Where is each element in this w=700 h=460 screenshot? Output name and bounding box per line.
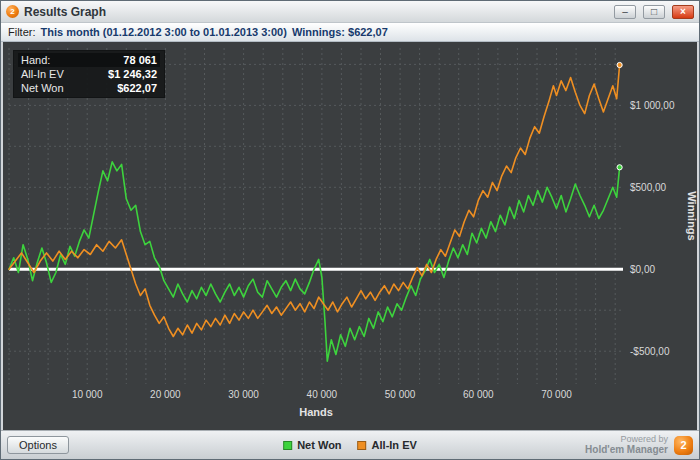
results-graph-window: 2 Results Graph – □ × Filter: This month… xyxy=(0,0,700,460)
stats-row: Net Won$622,07 xyxy=(18,81,160,95)
x-tick-label: 40 000 xyxy=(307,389,338,400)
y-tick-label: $0,00 xyxy=(630,264,655,275)
stats-box: Hand:78 061All-In EV$1 246,32Net Won$622… xyxy=(13,50,165,98)
maximize-button[interactable]: □ xyxy=(643,5,665,19)
chart-legend: Net WonAll-In EV xyxy=(283,439,417,451)
app-icon: 2 xyxy=(6,5,19,18)
x-tick-label: 70 000 xyxy=(541,389,572,400)
x-tick-label: 50 000 xyxy=(385,389,416,400)
y-tick-label: -$500,00 xyxy=(630,346,670,357)
filter-bar: Filter: This month (01.12.2012 3:00 to 0… xyxy=(1,23,699,42)
powered-by-text: Powered by xyxy=(585,434,668,444)
filter-winnings: Winnings: $622,07 xyxy=(292,26,388,38)
stats-label: Net Won xyxy=(21,82,64,94)
stats-row: Hand:78 061 xyxy=(18,53,160,67)
legend-item: All-In EV xyxy=(358,439,417,451)
options-button[interactable]: Options xyxy=(7,436,69,454)
close-button[interactable]: × xyxy=(672,5,694,19)
legend-label: Net Won xyxy=(297,439,341,451)
minimize-button[interactable]: – xyxy=(614,5,636,19)
x-tick-label: 60 000 xyxy=(463,389,494,400)
results-chart: 10 00020 00030 00040 00050 00060 00070 0… xyxy=(3,42,697,430)
filter-range[interactable]: This month (01.12.2012 3:00 to 01.01.201… xyxy=(41,26,287,38)
series-end-marker-all-in-ev xyxy=(617,62,622,67)
stats-label: Hand: xyxy=(21,54,50,66)
brand-text: Hold'em Manager xyxy=(585,444,668,456)
y-tick-label: $1 000,00 xyxy=(630,100,675,111)
chart-area: Hand:78 061All-In EV$1 246,32Net Won$622… xyxy=(1,42,699,430)
legend-swatch-icon xyxy=(358,441,367,450)
powered-by-block: Powered by Hold'em Manager 2 xyxy=(585,434,693,456)
y-axis-title: Winnings xyxy=(686,191,697,240)
x-tick-label: 30 000 xyxy=(228,389,259,400)
legend-label: All-In EV xyxy=(372,439,417,451)
y-tick-label: $500,00 xyxy=(630,182,667,193)
title-bar: 2 Results Graph – □ × xyxy=(1,1,699,23)
hm2-logo-icon: 2 xyxy=(674,436,693,455)
filter-label: Filter: xyxy=(8,26,36,38)
stats-row: All-In EV$1 246,32 xyxy=(18,67,160,81)
stats-value: $622,07 xyxy=(117,82,157,94)
series-end-marker-net-won xyxy=(617,165,622,170)
series-line-net-won xyxy=(9,162,620,361)
legend-item: Net Won xyxy=(283,439,341,451)
legend-swatch-icon xyxy=(283,441,292,450)
stats-value: $1 246,32 xyxy=(108,68,157,80)
x-tick-label: 20 000 xyxy=(150,389,181,400)
stats-value: 78 061 xyxy=(123,54,157,66)
window-title: Results Graph xyxy=(24,5,607,19)
bottom-bar: Options Net WonAll-In EV Powered by Hold… xyxy=(1,430,699,459)
x-axis-title: Hands xyxy=(299,406,333,418)
stats-label: All-In EV xyxy=(21,68,64,80)
x-tick-label: 10 000 xyxy=(72,389,103,400)
